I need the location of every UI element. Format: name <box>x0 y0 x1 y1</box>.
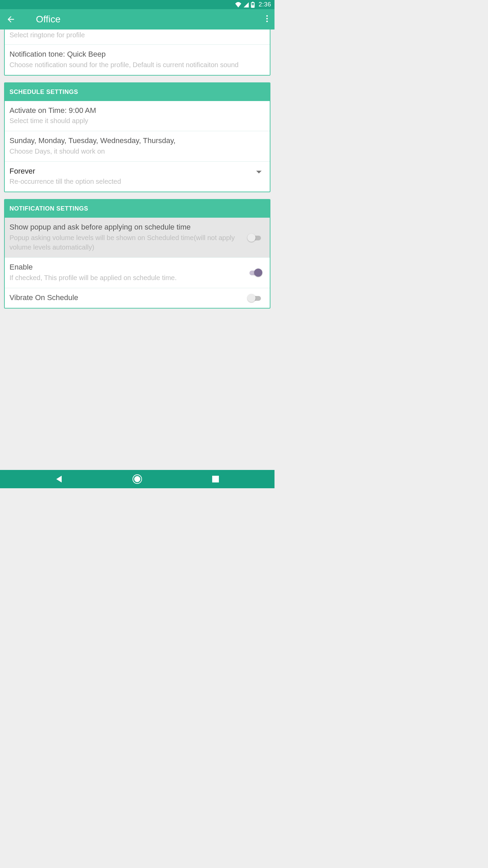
notification-tone-row[interactable]: Notification tone: Quick Beep Choose not… <box>5 44 270 75</box>
recurrence-row[interactable]: Forever Re-occurrence till the option se… <box>5 161 270 192</box>
chevron-down-icon <box>256 169 262 175</box>
notification-settings-card: NOTIFICATION SETTINGS Show popup and ask… <box>4 199 270 309</box>
svg-rect-7 <box>212 476 219 482</box>
vibrate-title: Vibrate On Schedule <box>9 293 238 303</box>
notification-tone-description: Choose notification sound for the profil… <box>9 60 265 70</box>
svg-point-6 <box>134 476 140 482</box>
notification-section-header: NOTIFICATION SETTINGS <box>5 200 270 218</box>
status-time: 2:36 <box>259 1 271 8</box>
svg-point-4 <box>266 21 268 22</box>
schedule-section-header: SCHEDULE SETTINGS <box>5 83 270 101</box>
navigation-bar <box>0 470 274 488</box>
content-area: Select ringtone for profile Notification… <box>0 29 274 309</box>
recurrence-title: Forever <box>9 166 265 176</box>
popup-row[interactable]: Show popup and ask before applying on sc… <box>5 218 270 257</box>
app-bar: Office <box>0 9 274 29</box>
nav-back-button[interactable] <box>55 475 63 483</box>
vibrate-toggle[interactable] <box>247 294 262 302</box>
overflow-menu-icon[interactable] <box>266 15 268 24</box>
vibrate-row[interactable]: Vibrate On Schedule <box>5 288 270 308</box>
ringtone-row[interactable]: Select ringtone for profile <box>5 30 270 44</box>
activate-time-row[interactable]: Activate on Time: 9:00 AM Select time it… <box>5 101 270 131</box>
enable-toggle[interactable] <box>247 269 262 277</box>
recurrence-description: Re-occurrence till the option selected <box>9 177 265 186</box>
cell-signal-icon <box>243 2 249 7</box>
enable-row[interactable]: Enable If checked, This profile will be … <box>5 257 270 288</box>
days-description: Choose Days, it should work on <box>9 146 265 156</box>
enable-description: If checked, This profile will be applied… <box>9 273 238 282</box>
nav-recent-button[interactable] <box>212 475 219 483</box>
svg-point-2 <box>266 15 268 17</box>
popup-toggle[interactable] <box>247 234 262 242</box>
notification-tone-title: Notification tone: Quick Beep <box>9 50 265 59</box>
status-bar: 58 2:36 <box>0 0 274 9</box>
schedule-settings-card: SCHEDULE SETTINGS Activate on Time: 9:00… <box>4 82 270 193</box>
page-title: Office <box>36 14 61 25</box>
svg-text:58: 58 <box>252 4 254 6</box>
days-row[interactable]: Sunday, Monday, Tuesday, Wednesday, Thur… <box>5 131 270 161</box>
activate-time-title: Activate on Time: 9:00 AM <box>9 106 265 116</box>
ringtone-description: Select ringtone for profile <box>9 30 265 40</box>
sound-settings-card: Select ringtone for profile Notification… <box>4 29 270 76</box>
nav-home-button[interactable] <box>132 474 142 484</box>
popup-title: Show popup and ask before applying on sc… <box>9 222 238 232</box>
back-icon[interactable] <box>6 15 16 24</box>
wifi-icon <box>235 2 242 7</box>
battery-icon: 58 <box>250 2 255 8</box>
svg-point-3 <box>266 18 268 20</box>
popup-description: Popup asking volume levels will be shown… <box>9 233 238 252</box>
activate-time-description: Select time it should apply <box>9 116 265 125</box>
enable-title: Enable <box>9 262 238 272</box>
days-title: Sunday, Monday, Tuesday, Wednesday, Thur… <box>9 136 265 146</box>
